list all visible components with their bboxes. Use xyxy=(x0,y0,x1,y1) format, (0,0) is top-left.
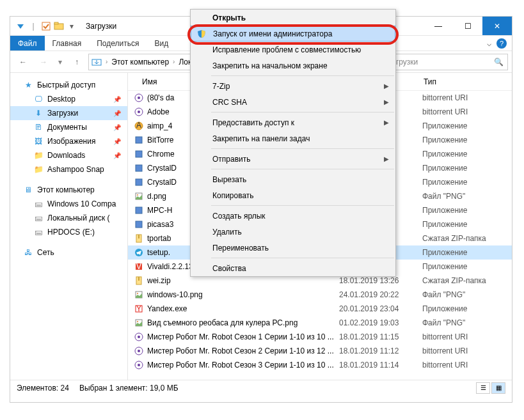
file-icon xyxy=(133,359,145,371)
file-icon xyxy=(133,176,145,188)
menu-properties[interactable]: Свойства xyxy=(191,260,395,276)
menu-7zip[interactable]: 7-Zip▶ xyxy=(191,78,395,94)
maximize-button[interactable]: ☐ xyxy=(453,17,482,35)
file-icon xyxy=(133,92,145,104)
file-row[interactable]: Вид съемного реобаса для кулера РС.png01… xyxy=(128,316,512,330)
sidebar-item-label: Загрузки xyxy=(47,109,78,118)
pin-icon: 📌 xyxy=(113,138,121,145)
file-date: 18.01.2019 11:12 xyxy=(339,346,422,355)
sidebar-item-downloads-en[interactable]: 📁Downloads📌 xyxy=(10,148,127,162)
view-details-button[interactable]: ☰ xyxy=(476,382,490,394)
sidebar-item-label: Документы xyxy=(47,123,87,132)
recent-dropdown[interactable]: ▾ xyxy=(55,54,65,70)
tab-file[interactable]: Файл xyxy=(10,36,45,51)
menu-share-access[interactable]: Предоставить доступ к▶ xyxy=(191,114,395,130)
help-icon[interactable]: ? xyxy=(496,38,507,49)
sidebar-item-win10[interactable]: 🖴Windows 10 Compa xyxy=(10,197,127,211)
file-icon: A xyxy=(133,120,145,132)
file-icon xyxy=(133,219,145,230)
close-button[interactable]: ✕ xyxy=(482,17,512,35)
qat-dropdown-icon[interactable]: ▾ xyxy=(67,21,77,31)
path-seg-1[interactable]: Этот компьютер xyxy=(111,58,169,66)
pc-icon: 🖥 xyxy=(23,185,33,195)
menu-pin-taskbar[interactable]: Закрепить на панели задач xyxy=(191,130,395,146)
sidebar-item-label: Downloads xyxy=(47,151,85,160)
sidebar-network[interactable]: 🖧Сеть xyxy=(10,245,127,260)
submenu-arrow-icon: ▶ xyxy=(384,82,389,89)
menu-rename[interactable]: Переименовать xyxy=(191,240,395,256)
column-type[interactable]: Тип xyxy=(424,77,512,86)
search-icon: 🔍 xyxy=(494,58,504,66)
svg-text:V: V xyxy=(136,262,141,271)
context-menu: Открыть Запуск от имени администратора И… xyxy=(190,9,396,277)
menu-pin-start[interactable]: Закрепить на начальном экране xyxy=(191,58,395,74)
svg-rect-12 xyxy=(136,165,142,171)
file-name: Мистер Робот Mr. Robot Сезон 1 Серии 1-1… xyxy=(147,332,339,341)
pin-icon: 📌 xyxy=(113,124,121,131)
document-icon: 🖹 xyxy=(33,122,44,132)
menu-copy[interactable]: Копировать xyxy=(191,187,395,203)
sidebar-item-pictures[interactable]: 🖼Изображения📌 xyxy=(10,134,127,148)
file-date: 24.01.2019 20:22 xyxy=(339,290,422,299)
sidebar-item-label: Desktop xyxy=(47,95,75,104)
file-row[interactable]: Мистер Робот Mr. Robot Сезон 1 Серии 1-1… xyxy=(128,330,512,344)
menu-open[interactable]: Открыть xyxy=(191,10,395,26)
sidebar-quick-access[interactable]: ★Быстрый доступ xyxy=(10,78,127,92)
menu-delete[interactable]: Удалить xyxy=(191,224,395,240)
tab-share[interactable]: Поделиться xyxy=(89,36,147,51)
folder-icon[interactable] xyxy=(54,21,64,31)
sidebar-item-desktop[interactable]: 🖵Desktop📌 xyxy=(10,92,127,106)
file-row[interactable]: windows-10.png24.01.2019 20:22Файл "PNG" xyxy=(128,288,512,302)
menu-run-as-admin[interactable]: Запуск от имени администратора xyxy=(191,26,395,42)
file-icon xyxy=(133,345,145,357)
file-row[interactable]: Мистер Робот Mr. Robot Сезон 2 Серии 1-1… xyxy=(128,344,512,358)
menu-shortcut[interactable]: Создать ярлык xyxy=(191,208,395,224)
svg-point-7 xyxy=(138,111,140,113)
search-input[interactable]: Загрузки 🔍 xyxy=(383,54,508,70)
sidebar: ★Быстрый доступ 🖵Desktop📌 ⬇Загрузки📌 🖹До… xyxy=(10,73,128,380)
menu-compat[interactable]: Исправление проблем с совместимостью xyxy=(191,42,395,58)
menu-cut[interactable]: Вырезать xyxy=(191,171,395,187)
sidebar-item-documents[interactable]: 🖹Документы📌 xyxy=(10,120,127,134)
forward-button[interactable]: → xyxy=(35,54,52,70)
file-name: Yandex.exe xyxy=(147,304,339,313)
chevron-icon[interactable]: › xyxy=(106,58,107,65)
sidebar-item-label: Быстрый доступ xyxy=(37,81,95,89)
drive-icon: 🖴 xyxy=(33,227,44,237)
file-icon: Y xyxy=(133,303,145,315)
up-button[interactable]: ↑ xyxy=(68,54,86,70)
divider-icon: | xyxy=(28,21,38,31)
drive-icon: 🖴 xyxy=(33,213,44,223)
sidebar-item-ashampoo[interactable]: 📁Ashampoo Snap xyxy=(10,162,127,176)
minimize-button[interactable]: ― xyxy=(424,17,453,35)
file-name: Мистер Робот Mr. Robot Сезон 2 Серии 1-1… xyxy=(147,346,339,355)
tab-home[interactable]: Главная xyxy=(45,36,90,51)
status-count: Элементов: 24 xyxy=(17,384,69,393)
back-button[interactable]: ← xyxy=(14,54,32,70)
file-row[interactable]: YYandex.exe20.01.2019 23:04Приложение xyxy=(128,302,512,316)
menu-separator xyxy=(211,258,394,258)
sidebar-item-downloads[interactable]: ⬇Загрузки📌 xyxy=(10,106,127,120)
sidebar-item-hpdocs[interactable]: 🖴HPDOCS (E:) xyxy=(10,225,127,239)
file-date: 01.02.2019 19:03 xyxy=(339,318,422,327)
file-type: Файл "PNG" xyxy=(422,290,512,299)
tab-view[interactable]: Вид xyxy=(147,36,176,51)
file-row[interactable]: Мистер Робот Mr. Robot Сезон 3 Серии 1-1… xyxy=(128,358,512,372)
sidebar-this-pc[interactable]: 🖥Этот компьютер xyxy=(10,183,127,197)
file-type: Приложение xyxy=(422,304,512,313)
file-date: 18.01.2019 11:14 xyxy=(339,361,422,369)
menu-send-to[interactable]: Отправить▶ xyxy=(191,151,395,167)
down-arrow-icon[interactable] xyxy=(15,21,26,31)
checkbox-icon[interactable] xyxy=(41,21,51,31)
file-type: Сжатая ZIP-папка xyxy=(422,234,512,243)
sidebar-item-localdisk[interactable]: 🖴Локальный диск ( xyxy=(10,211,127,225)
picture-icon: 🖼 xyxy=(33,136,44,146)
view-icons-button[interactable]: ▦ xyxy=(491,382,505,394)
sidebar-item-label: Изображения xyxy=(47,137,95,146)
expand-ribbon-icon[interactable]: ⌵ xyxy=(487,39,491,48)
file-type: Приложение xyxy=(422,150,512,159)
window-buttons: ― ☐ ✕ xyxy=(424,17,512,35)
chevron-icon[interactable]: › xyxy=(173,58,175,65)
menu-crcsha[interactable]: CRC SHA▶ xyxy=(191,94,395,110)
menu-separator xyxy=(211,148,394,149)
